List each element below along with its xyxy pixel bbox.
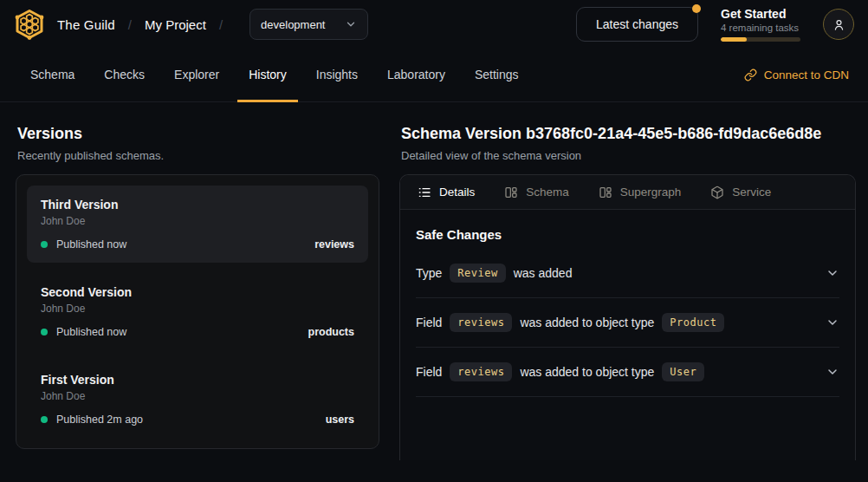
detail-tab-supergraph[interactable]: Supergraph xyxy=(599,186,682,199)
link-icon xyxy=(744,68,757,81)
versions-subtitle: Recently published schemas. xyxy=(17,149,379,162)
change-row-field-product[interactable]: Field reviews was added to object type P… xyxy=(416,298,839,348)
version-detail-card: Details Schema Supergraph xyxy=(399,174,856,460)
detail-tab-service[interactable]: Service xyxy=(710,186,771,199)
change-row-type-review[interactable]: Type Review was added xyxy=(416,249,839,298)
latest-changes-button[interactable]: Latest changes xyxy=(576,7,698,42)
chevron-down-icon[interactable] xyxy=(826,365,839,379)
environment-select[interactable]: development xyxy=(249,9,367,40)
panels-icon xyxy=(504,186,518,199)
project-navbar: Schema Checks Explorer History Insights … xyxy=(0,49,868,102)
versions-list: Third Version John Doe Published now rev… xyxy=(16,174,379,449)
latest-changes-label: Latest changes xyxy=(596,17,678,31)
tab-laboratory[interactable]: Laboratory xyxy=(376,49,457,102)
change-suffix: was added xyxy=(514,266,573,280)
change-row-field-user[interactable]: Field reviews was added to object type U… xyxy=(416,348,839,397)
version-name: First Version xyxy=(41,373,354,387)
breadcrumb-separator: / xyxy=(128,17,132,32)
breadcrumb-org[interactable]: The Guild xyxy=(57,17,115,32)
detail-tab-label: Service xyxy=(732,186,771,199)
version-service: users xyxy=(326,414,354,426)
detail-tabs: Details Schema Supergraph xyxy=(400,175,855,210)
versions-title: Versions xyxy=(17,125,379,143)
detail-tab-schema[interactable]: Schema xyxy=(504,186,569,199)
tab-history[interactable]: History xyxy=(237,49,298,102)
safe-changes-title: Safe Changes xyxy=(416,210,839,249)
published-dot-icon xyxy=(41,241,48,248)
get-started-widget[interactable]: Get Started 4 remaining tasks xyxy=(721,7,800,42)
change-prefix: Field xyxy=(416,316,442,329)
get-started-progress-fill xyxy=(721,37,747,42)
tab-explorer[interactable]: Explorer xyxy=(163,49,230,102)
change-target-badge: User xyxy=(662,362,704,381)
detail-tab-label: Details xyxy=(439,186,475,199)
detail-tab-label: Supergraph xyxy=(620,186,682,199)
nav-tabs: Schema Checks Explorer History Insights … xyxy=(19,49,530,101)
change-code-badge: reviews xyxy=(450,362,512,381)
version-service: products xyxy=(308,326,354,338)
version-status: Published now xyxy=(56,238,126,251)
tab-checks[interactable]: Checks xyxy=(93,49,156,102)
published-dot-icon xyxy=(41,329,48,335)
schema-version-title: Schema Version b3768fc0-21a4-45e5-b686-f… xyxy=(401,125,856,143)
version-status: Published now xyxy=(56,326,126,338)
user-icon xyxy=(832,17,846,32)
main-content: Versions Recently published schemas. Thi… xyxy=(0,102,868,460)
panels-icon xyxy=(599,186,612,199)
version-author: John Doe xyxy=(41,303,354,315)
connect-to-cdn-label: Connect to CDN xyxy=(764,68,849,81)
connect-to-cdn-link[interactable]: Connect to CDN xyxy=(744,49,849,101)
version-service: reviews xyxy=(314,238,354,251)
version-item-third[interactable]: Third Version John Doe Published now rev… xyxy=(27,186,368,263)
tab-schema[interactable]: Schema xyxy=(19,49,86,102)
get-started-subtitle: 4 remaining tasks xyxy=(721,23,800,33)
version-detail-column: Schema Version b3768fc0-21a4-45e5-b686-f… xyxy=(399,102,856,460)
change-prefix: Type xyxy=(416,266,442,280)
get-started-progress-track xyxy=(721,37,800,42)
version-item-second[interactable]: Second Version John Doe Published now pr… xyxy=(27,273,368,350)
tab-insights[interactable]: Insights xyxy=(305,49,369,102)
detail-tab-label: Schema xyxy=(526,186,569,199)
breadcrumb-project[interactable]: My Project xyxy=(145,17,206,32)
version-status: Published 2m ago xyxy=(56,414,143,426)
change-target-badge: Product xyxy=(662,313,724,332)
version-name: Second Version xyxy=(41,285,354,299)
environment-select-value: development xyxy=(261,18,325,31)
version-name: Third Version xyxy=(41,198,354,212)
header-right-group: Latest changes Get Started 4 remaining t… xyxy=(576,7,854,42)
chevron-down-icon xyxy=(345,18,357,30)
version-author: John Doe xyxy=(41,390,354,402)
cube-icon xyxy=(710,186,724,199)
schema-version-subtitle: Detailed view of the schema version xyxy=(401,149,856,162)
detail-tab-details[interactable]: Details xyxy=(418,186,475,199)
change-suffix: was added to object type xyxy=(520,316,654,329)
get-started-title: Get Started xyxy=(721,7,800,21)
version-item-first[interactable]: First Version John Doe Published 2m ago … xyxy=(27,361,368,438)
hive-logo-icon[interactable] xyxy=(14,9,45,40)
change-prefix: Field xyxy=(416,365,442,379)
versions-column: Versions Recently published schemas. Thi… xyxy=(16,102,379,460)
user-avatar[interactable] xyxy=(823,9,854,40)
list-icon xyxy=(418,186,431,199)
change-suffix: was added to object type xyxy=(520,365,654,379)
top-header: The Guild / My Project / development Lat… xyxy=(0,0,868,49)
version-author: John Doe xyxy=(41,215,354,227)
changes-section: Safe Changes Type Review was added Field… xyxy=(400,210,855,397)
chevron-down-icon[interactable] xyxy=(826,316,839,329)
change-code-badge: reviews xyxy=(450,313,512,332)
chevron-down-icon[interactable] xyxy=(826,266,839,280)
change-code-badge: Review xyxy=(450,264,505,283)
tab-settings[interactable]: Settings xyxy=(463,49,530,102)
published-dot-icon xyxy=(41,416,48,423)
notification-dot xyxy=(692,4,701,13)
breadcrumb-separator: / xyxy=(219,17,223,32)
